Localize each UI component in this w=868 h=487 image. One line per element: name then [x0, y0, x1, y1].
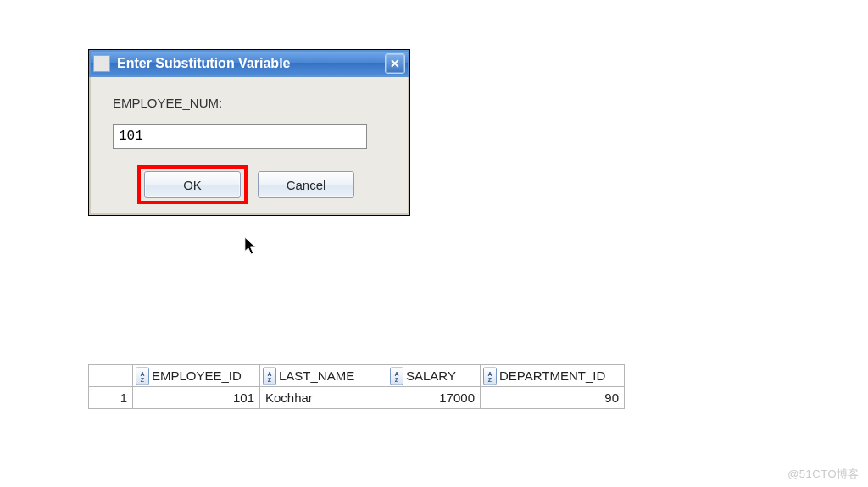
- query-result-table: AZ EMPLOYEE_ID AZ LAST_NAME AZ SALARY AZ…: [88, 364, 625, 409]
- column-header-last-name[interactable]: AZ LAST_NAME: [260, 365, 387, 387]
- close-icon[interactable]: ✕: [385, 53, 405, 74]
- ok-highlight-box: OK: [137, 165, 248, 204]
- column-label: SALARY: [406, 368, 456, 383]
- column-header-employee-id[interactable]: AZ EMPLOYEE_ID: [133, 365, 260, 387]
- dialog-button-row: OK Cancel: [113, 171, 386, 198]
- dialog-body: EMPLOYEE_NUM: OK Cancel: [89, 77, 409, 215]
- table-header-row: AZ EMPLOYEE_ID AZ LAST_NAME AZ SALARY AZ…: [89, 365, 625, 387]
- substitution-dialog: Enter Substitution Variable ✕ EMPLOYEE_N…: [88, 49, 410, 216]
- window-icon: [93, 55, 110, 72]
- cell-department-id: 90: [481, 387, 625, 409]
- sort-icon: AZ: [483, 367, 497, 385]
- column-label: EMPLOYEE_ID: [152, 368, 242, 383]
- column-header-salary[interactable]: AZ SALARY: [387, 365, 481, 387]
- ok-button[interactable]: OK: [144, 171, 241, 198]
- sort-icon: AZ: [136, 367, 149, 385]
- sort-icon: AZ: [263, 367, 276, 385]
- column-label: LAST_NAME: [279, 368, 354, 383]
- table-row[interactable]: 1 101 Kochhar 17000 90: [89, 387, 625, 409]
- watermark: @51CTO博客: [787, 467, 860, 482]
- cell-last-name: Kochhar: [260, 387, 387, 409]
- cancel-button[interactable]: Cancel: [258, 171, 354, 198]
- field-label: EMPLOYEE_NUM:: [113, 96, 386, 110]
- dialog-title: Enter Substitution Variable: [117, 56, 385, 71]
- cell-employee-id: 101: [133, 387, 260, 409]
- column-header-department-id[interactable]: AZ DEPARTMENT_ID: [481, 365, 625, 387]
- row-number: 1: [89, 387, 133, 409]
- dialog-titlebar[interactable]: Enter Substitution Variable ✕: [89, 50, 409, 77]
- employee-num-input[interactable]: [113, 124, 367, 149]
- sort-icon: AZ: [390, 367, 403, 385]
- column-label: DEPARTMENT_ID: [499, 368, 605, 383]
- cursor-icon: [244, 236, 259, 257]
- rownum-header: [89, 365, 133, 387]
- cell-salary: 17000: [387, 387, 481, 409]
